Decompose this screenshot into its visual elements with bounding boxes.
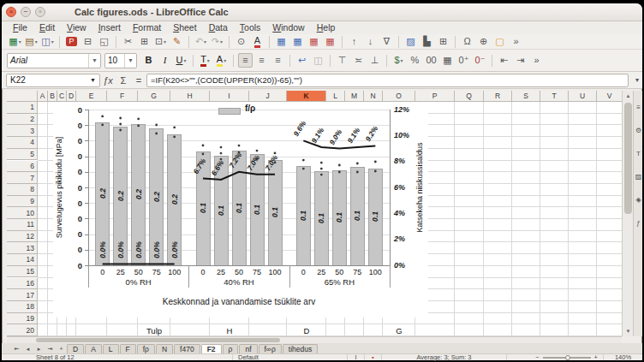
row-header-20[interactable]: 20: [7, 324, 38, 336]
expand-formula-bar-icon[interactable]: ▾: [632, 76, 642, 84]
row-header-6[interactable]: 6: [7, 161, 38, 173]
cut-button[interactable]: ✂: [121, 34, 135, 49]
zoom-slider-track[interactable]: [543, 357, 591, 359]
close-button[interactable]: ×: [6, 7, 16, 17]
menu-data[interactable]: Data: [203, 21, 234, 34]
sheet-tab-L[interactable]: L: [103, 344, 119, 353]
insert-image-button[interactable]: ▨: [403, 34, 418, 49]
insert-column-button[interactable]: ▦: [290, 34, 305, 49]
delete-row-button[interactable]: ▦: [307, 34, 321, 49]
sheet-tab-f∞ρ[interactable]: f∞ρ: [259, 344, 282, 353]
sheet-tab-fρ[interactable]: fρ: [137, 344, 155, 353]
sheet-tab-N[interactable]: N: [156, 344, 173, 353]
column-header-N[interactable]: N: [364, 91, 383, 102]
next-sheet-button[interactable]: ▸: [33, 344, 45, 353]
column-header-P[interactable]: P: [415, 91, 455, 102]
row-header-16[interactable]: 16: [7, 278, 38, 290]
export-as-pdf-button[interactable]: P: [64, 34, 79, 49]
column-header-S[interactable]: S: [512, 91, 540, 102]
sort-descending-button[interactable]: ↓: [363, 34, 378, 49]
row-header-18[interactable]: 18: [7, 301, 38, 313]
insert-chart-button[interactable]: ▙: [420, 34, 434, 49]
column-header-Q[interactable]: Q: [455, 91, 484, 102]
new-spreadsheet-button[interactable]: ▦▾: [8, 34, 22, 49]
format-as-date-button[interactable]: ▦: [440, 53, 455, 68]
zoom-slider-thumb[interactable]: [565, 355, 570, 360]
menu-sheet[interactable]: Sheet: [167, 21, 202, 34]
sheet-tab-A[interactable]: A: [85, 344, 102, 353]
last-sheet-button[interactable]: ⇥: [45, 344, 56, 353]
page-style[interactable]: Default: [233, 354, 348, 360]
chevron-down-icon[interactable]: ▼: [88, 54, 98, 68]
embedded-chart[interactable]: 0000000000012%10%8%6%4%2%0%Survetugevus …: [53, 102, 428, 317]
delete-column-button[interactable]: ▦: [323, 34, 337, 49]
menu-insert[interactable]: Insert: [92, 21, 127, 34]
menu-file[interactable]: File: [7, 21, 33, 34]
row-header-2[interactable]: 2: [7, 114, 38, 126]
row-header-14[interactable]: 14: [7, 254, 38, 266]
sidebar-properties-icon[interactable]: ⚙: [634, 123, 643, 137]
decrease-indent-button[interactable]: ⇤: [497, 53, 511, 68]
font-name-combo[interactable]: Arial ▼: [7, 53, 101, 68]
find-and-replace-button[interactable]: ⊙: [234, 34, 248, 49]
align-left-button[interactable]: ≡: [238, 53, 253, 68]
previous-sheet-button[interactable]: ◂: [22, 344, 33, 353]
row-header-9[interactable]: 9: [7, 196, 38, 208]
column-header-E[interactable]: E: [76, 91, 107, 102]
open-button[interactable]: ▤▾: [24, 34, 39, 49]
chevron-down-icon[interactable]: ▼: [124, 54, 134, 68]
align-center-button[interactable]: ≡: [254, 53, 269, 68]
spelling-button[interactable]: A: [250, 34, 265, 49]
row-header-15[interactable]: 15: [7, 266, 38, 278]
maximize-button[interactable]: ▫: [35, 7, 45, 17]
row-header-3[interactable]: 3: [7, 125, 38, 137]
menu-format[interactable]: Format: [127, 21, 167, 34]
insert-mode-indicator[interactable]: I: [348, 354, 365, 360]
highlighting-color-button[interactable]: A▾: [214, 53, 229, 68]
document-modified-icon[interactable]: ▪: [365, 354, 382, 360]
vertical-scrollbar-thumb[interactable]: [624, 103, 632, 214]
delete-decimal-place-button[interactable]: 0⁻: [473, 53, 487, 68]
center-vertically-button[interactable]: ≍: [351, 53, 366, 68]
menu-view[interactable]: View: [61, 21, 92, 34]
formula-icon[interactable]: =: [131, 74, 146, 87]
cell-O20[interactable]: G: [383, 324, 415, 336]
column-header-A[interactable]: A: [38, 91, 48, 102]
sheet-tab-ρ[interactable]: ρ: [223, 344, 239, 353]
format-as-currency-button[interactable]: $▾: [391, 53, 406, 68]
row-header-5[interactable]: 5: [7, 149, 38, 161]
zoom-in-icon[interactable]: +: [594, 353, 598, 361]
cell-G20[interactable]: Tulp: [138, 324, 170, 336]
column-header-D[interactable]: D: [67, 91, 76, 102]
merge-cells-button[interactable]: ◫: [311, 53, 325, 68]
horizontal-scrollbar-thumb[interactable]: [36, 338, 280, 342]
minimize-button[interactable]: −: [21, 7, 31, 17]
row-header-12[interactable]: 12: [7, 231, 38, 243]
redo-button[interactable]: ↷▾: [210, 34, 224, 49]
column-header-R[interactable]: R: [484, 91, 512, 102]
zoom-out-icon[interactable]: −: [535, 353, 539, 361]
column-header-C[interactable]: C: [57, 91, 67, 102]
sidebar-gallery-icon[interactable]: ▨: [634, 169, 643, 183]
menu-edit[interactable]: Edit: [33, 21, 61, 34]
sidebar-styles-icon[interactable]: T: [634, 146, 643, 160]
print-preview-button[interactable]: ◱: [97, 34, 111, 49]
select-all-corner[interactable]: [7, 91, 38, 102]
vertical-scrollbar[interactable]: ▲ ▼: [622, 91, 633, 336]
name-box[interactable]: K22 ▼: [6, 74, 100, 87]
font-color-button[interactable]: T▾: [198, 53, 212, 68]
horizontal-scrollbar[interactable]: [7, 336, 622, 343]
cell-I20[interactable]: H: [210, 324, 249, 336]
menu-window[interactable]: Window: [266, 21, 310, 34]
increase-indent-button[interactable]: ⇥: [513, 53, 528, 68]
sidebar-settings-icon[interactable]: ≡: [634, 100, 643, 114]
insert-pivot-table-button[interactable]: ⊞: [436, 34, 450, 49]
column-header-M[interactable]: M: [345, 91, 364, 102]
copy-button[interactable]: ⊞: [137, 34, 152, 49]
undo-button[interactable]: ↶▾: [194, 34, 208, 49]
toolbar-overflow-button[interactable]: »: [509, 34, 523, 49]
column-header-F[interactable]: F: [107, 91, 138, 102]
format-as-percent-button[interactable]: %: [408, 53, 422, 68]
column-header-H[interactable]: H: [170, 91, 210, 102]
sidebar-navigator-icon[interactable]: ◈: [634, 193, 643, 206]
